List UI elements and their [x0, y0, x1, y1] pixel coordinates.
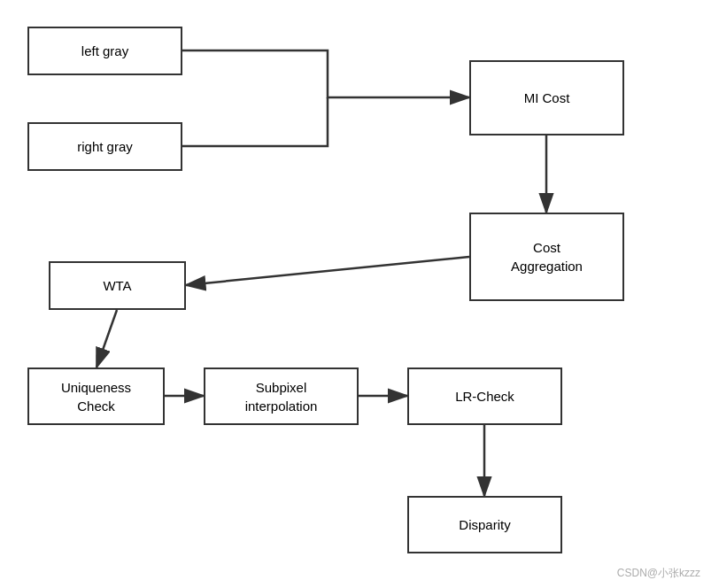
- subpixel-label: Subpixel interpolation: [245, 378, 318, 415]
- wta-box: WTA: [49, 261, 186, 310]
- disparity-label: Disparity: [459, 515, 510, 534]
- uniqueness-check-label: Uniqueness Check: [61, 378, 131, 415]
- svg-line-3: [97, 310, 117, 368]
- svg-line-2: [186, 257, 469, 285]
- watermark: CSDN@小张kzzz: [617, 566, 700, 581]
- mi-cost-label: MI Cost: [524, 89, 570, 107]
- left-gray-box: left gray: [27, 27, 182, 75]
- right-gray-label: right gray: [77, 137, 133, 156]
- cost-aggregation-box: Cost Aggregation: [469, 213, 624, 301]
- flowchart: left gray right gray MI Cost Cost Aggreg…: [0, 0, 711, 588]
- cost-aggregation-label: Cost Aggregation: [511, 238, 583, 275]
- left-gray-label: left gray: [81, 42, 128, 60]
- lr-check-label: LR-Check: [455, 387, 514, 406]
- lr-check-box: LR-Check: [407, 368, 562, 425]
- disparity-box: Disparity: [407, 496, 562, 553]
- uniqueness-check-box: Uniqueness Check: [27, 368, 165, 425]
- wta-label: WTA: [103, 276, 131, 295]
- right-gray-box: right gray: [27, 122, 182, 171]
- subpixel-box: Subpixel interpolation: [204, 368, 359, 425]
- mi-cost-box: MI Cost: [469, 60, 624, 135]
